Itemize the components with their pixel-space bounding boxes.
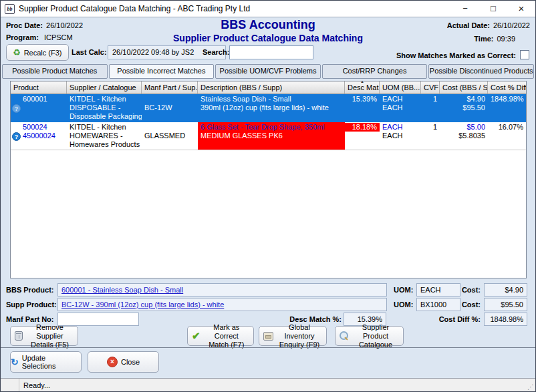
manf-part-spacer xyxy=(142,123,198,132)
table-row[interactable]: ? 600001 KITDEL - Kitchen DISPOSABLE - D… xyxy=(11,94,526,122)
resize-grip[interactable]: ⋰ xyxy=(527,383,534,391)
supplier-line: Homewares Products xyxy=(67,140,142,149)
col-header-product[interactable]: Product xyxy=(11,81,67,93)
button-label-line: Mark as Correct xyxy=(204,323,249,341)
show-matches-label: Show Matches Marked as Correct: xyxy=(396,51,516,59)
supplier-line: HOMEWARES - xyxy=(67,132,142,140)
action-button-row: Remove Supplier Details (F5) ✔ Mark as C… xyxy=(1,326,535,346)
button-label-line: Supplier Product xyxy=(352,323,399,341)
table-header-row: Product Supplier / Catalogue Manf Part /… xyxy=(11,81,526,94)
cell-desc-match-alert: 18.18% xyxy=(345,122,380,150)
title-bar: bb Supplier Product Catalogue Data Match… xyxy=(1,1,535,17)
close-icon[interactable]: × xyxy=(507,1,535,17)
cell-cost: $5.00 $5.8035 xyxy=(440,122,488,150)
product-code: 500024 xyxy=(11,123,67,132)
manf-part-spacer xyxy=(142,95,198,104)
cost-diff-pct-label: Cost Diff %: xyxy=(400,313,481,326)
mark-as-correct-match-button[interactable]: ✔ Mark as Correct Match (F7) xyxy=(187,326,254,346)
question-icon: ? xyxy=(12,104,21,113)
cell-product: ? 600001 xyxy=(11,94,67,122)
actual-date: Actual Date:26/10/2022 xyxy=(447,21,530,29)
supplier-product-catalogue-button[interactable]: Supplier Product Catalgoue xyxy=(335,326,404,346)
col-header-uom[interactable]: UOM (BB... xyxy=(380,81,421,93)
bbs-cost-label: Cost: xyxy=(452,283,481,297)
search-label: Search: xyxy=(203,48,229,56)
col-header-cost-pct-diff[interactable]: Cost % Diff xyxy=(488,81,526,93)
supp-uom-label: UOM: xyxy=(394,298,415,311)
window-controls: − □ × xyxy=(451,1,535,17)
cell-description: Stainless Soap Dish - Small 390ml (12oz)… xyxy=(198,94,345,122)
details-panel: BBS Product: 600001 - Stainless Soap Dis… xyxy=(1,282,535,326)
cell-cost-diff: 16.07% xyxy=(488,122,526,150)
supp-cost-value: $95.50 xyxy=(484,298,527,311)
table-row[interactable]: ? 500024 45000024 KITDEL - Kitchen HOMEW… xyxy=(11,122,526,150)
magnifier-icon xyxy=(340,331,349,341)
cost-diff-value: 16.07% xyxy=(488,123,526,132)
global-inventory-enquiry-button[interactable]: Global Inventory Enquiry (F9) xyxy=(259,326,327,346)
bbs-product-link[interactable]: 600001 - Stainless Soap Dish - Small xyxy=(61,286,183,294)
supplier-line: KITDEL - Kitchen xyxy=(67,123,142,132)
col-header-description[interactable]: Description (BBS / Supp) xyxy=(198,81,345,93)
uom-line: EACH xyxy=(380,104,421,112)
cost-diff-pct-value: 1848.98% xyxy=(484,313,527,326)
supplier-line: KITDEL - Kitchen xyxy=(67,95,142,104)
question-icon: ? xyxy=(12,132,21,141)
status-text: Ready... xyxy=(19,381,54,389)
trash-icon xyxy=(15,331,23,341)
footer-button-row: ↻ Update Selections × Close xyxy=(1,347,535,377)
col-header-desc-match-label: Desc Mat... xyxy=(348,83,380,91)
remove-supplier-details-label: Remove Supplier Details (F5) xyxy=(26,323,74,349)
remove-supplier-details-button[interactable]: Remove Supplier Details (F5) xyxy=(10,326,78,346)
status-bar: Ready... ⋰ xyxy=(1,378,535,391)
product-code: 600001 xyxy=(11,95,67,104)
tab-possible-product-matches[interactable]: Possible Product Matches xyxy=(2,64,108,79)
col-header-desc-match[interactable]: ▲ Desc Mat... xyxy=(345,81,380,93)
update-selections-button[interactable]: ↻ Update Selections xyxy=(10,351,82,373)
col-header-manf-part[interactable]: Manf Part / Sup... xyxy=(142,81,198,93)
show-matches-checkbox[interactable] xyxy=(520,50,529,59)
col-header-cvf[interactable]: CVF xyxy=(421,81,440,93)
tab-cost-rrp-changes[interactable]: Cost/RRP Changes xyxy=(322,64,428,79)
time-value: 09:39 xyxy=(497,35,515,43)
uom-line: EACH xyxy=(380,132,421,140)
cell-description-alert: 6 Glass Set - Tear Drop Shape, 350ml MED… xyxy=(198,122,345,150)
matches-table: Product Supplier / Catalogue Manf Part /… xyxy=(10,81,527,278)
header: Proc Date:26/10/2022 Program:ICPSCM BBS … xyxy=(1,17,535,64)
tab-bar: Possible Product Matches Possible Incorr… xyxy=(1,64,535,79)
supplier-product-catalogue-label: Supplier Product Catalgoue xyxy=(352,323,399,349)
close-button[interactable]: × Close xyxy=(88,351,159,373)
button-label-line: Remove Supplier xyxy=(26,323,74,341)
bbs-cost-value: $4.90 xyxy=(484,283,527,297)
col-header-cost[interactable]: Cost (BBS / S... xyxy=(440,81,488,93)
last-calc-label: Last Calc: xyxy=(72,48,107,56)
button-label-line: Global Inventory xyxy=(277,323,322,341)
table-empty-area xyxy=(11,150,526,278)
tab-possible-discontinued-products[interactable]: Possible Discontinued Products xyxy=(428,64,534,79)
cell-cost-diff: 1848.98% xyxy=(488,94,526,122)
update-selections-label: Update Selections xyxy=(22,354,81,370)
time-label: Time: xyxy=(474,35,493,43)
check-icon: ✔ xyxy=(192,330,200,342)
app-window: bb Supplier Product Catalogue Data Match… xyxy=(0,0,536,392)
cost-line: $95.50 xyxy=(440,104,488,112)
search-input[interactable] xyxy=(229,45,313,59)
cvf-value: 1 xyxy=(421,123,440,132)
tab-possible-uom-cvf-problems[interactable]: Possible UOM/CVF Problems xyxy=(215,64,321,79)
recalc-button[interactable]: ♻ Recalc (F3) xyxy=(6,44,69,61)
minimize-icon[interactable]: − xyxy=(451,1,479,17)
cell-manf-part: BC-12W xyxy=(142,94,198,122)
cell-product: ? 500024 45000024 xyxy=(11,122,67,150)
app-icon: bb xyxy=(5,4,15,14)
time: Time:09:39 xyxy=(474,35,530,43)
cell-cvf: 1 xyxy=(421,94,440,122)
col-header-supplier-catalogue[interactable]: Supplier / Catalogue xyxy=(67,81,142,93)
supp-product-field: BC-12W - 390ml (12oz) cup (fits large li… xyxy=(57,298,387,311)
cell-cost: $4.90 $95.50 xyxy=(440,94,488,122)
supp-product-link[interactable]: BC-12W - 390ml (12oz) cup (fits large li… xyxy=(61,301,224,309)
close-button-label: Close xyxy=(121,358,140,366)
recycle-icon: ♻ xyxy=(13,47,21,57)
bbs-product-field: 600001 - Stainless Soap Dish - Small xyxy=(57,283,387,297)
maximize-icon[interactable]: □ xyxy=(479,1,507,17)
tab-possible-incorrect-matches[interactable]: Possible Incorrect Matches xyxy=(109,64,215,79)
supp-cost-label: Cost: xyxy=(452,298,481,311)
